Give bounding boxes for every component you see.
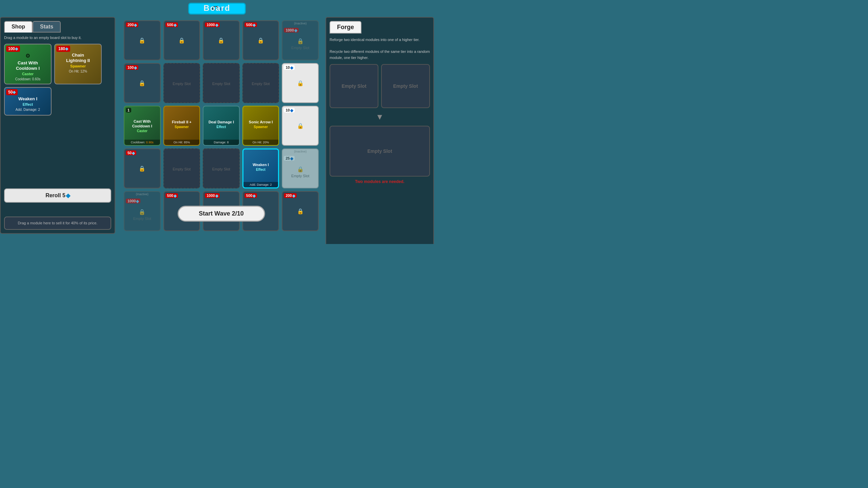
board-card-fireball[interactable]: Fireball II + Spawner On Hit: 85% — [163, 106, 200, 146]
card-icon-1: ⚙ — [25, 53, 30, 59]
forge-slot-2-text: Empty Slot — [393, 83, 418, 89]
card-name: Deal Damage I — [209, 120, 234, 124]
card-stat-3: Add. Damage: 2 — [16, 108, 40, 111]
reroll-button[interactable]: Reroll 5 — [4, 188, 111, 203]
card-name-1: Cast WithCooldown I — [16, 60, 40, 71]
board-cell-r2c1[interactable]: 100 🔒 — [124, 63, 161, 103]
board-cell-r1c2[interactable]: 500 🔒 — [163, 20, 200, 60]
empty-slot-text: Empty Slot — [173, 167, 191, 171]
tab-shop[interactable]: Shop — [4, 21, 33, 33]
forge-desc-line2: Recycle two different modules of the sam… — [330, 49, 430, 60]
inactive-label: (Inactive) — [124, 192, 160, 196]
lock-icon: 🔒 — [297, 80, 304, 86]
price-badge: 50 — [126, 150, 136, 155]
price-badge: 500 — [165, 22, 178, 27]
forge-needed-message: Two modules are needed. — [330, 179, 430, 184]
board-card-cast-cooldown[interactable]: 1 Cast WithCooldown I Caster Cooldown: 0… — [124, 106, 161, 146]
card-body: Sonic Arrow I Spawner — [243, 106, 279, 140]
shop-card-list: 100◆ ⚙ Cast WithCooldown I Caster Cooldo… — [4, 44, 111, 115]
board-card-weaken[interactable]: Weaken I Effect Add. Damage: 2 — [242, 148, 279, 188]
price-badge: 100 — [126, 65, 138, 70]
board-cell-r1c4[interactable]: 500 🔒 — [242, 20, 279, 60]
lock-icon: 🔒 — [139, 165, 145, 172]
board-cell-r1c3[interactable]: 1000 🔒 — [203, 20, 240, 60]
card-type: Spawner — [254, 125, 268, 129]
card-type: Effect — [256, 168, 265, 171]
inactive-label: (Inactive) — [282, 150, 318, 153]
forge-desc-line1: Reforge two identical modules into one o… — [330, 38, 419, 42]
board-cell-r2c5[interactable]: 10 🔒 — [282, 63, 319, 103]
start-wave-button[interactable]: Start Wave 2/10 — [177, 206, 265, 222]
board-cell-r2c2[interactable]: Empty Slot — [163, 63, 200, 103]
price-badge: 1000 — [126, 199, 140, 203]
board-grid-container: 200 🔒 500 🔒 1000 🔒 500 🔒 (Inactive) 1000 — [120, 17, 322, 237]
lock-icon: 🔒 — [139, 209, 145, 215]
price-badge: 500 — [244, 193, 257, 198]
card-type-1: Caster — [22, 72, 34, 76]
card-price-1: 100◆ — [6, 46, 20, 52]
tab-stats[interactable]: Stats — [33, 21, 61, 33]
forge-panel: Forge Reforge two identical modules into… — [326, 17, 434, 244]
card-name-2: ChainLightning II — [66, 53, 90, 63]
board-cell-r2c4[interactable]: Empty Slot — [242, 63, 279, 103]
lock-icon: 🔒 — [218, 37, 224, 44]
forge-slot-row-1: Empty Slot Empty Slot — [330, 64, 430, 108]
board-cell-r2c3[interactable]: Empty Slot — [203, 63, 240, 103]
board-cell-r4c5[interactable]: (Inactive) 25 🔒 Empty Slot — [282, 148, 319, 188]
card-type: Caster — [137, 129, 147, 133]
price-badge: 200 — [284, 193, 296, 198]
forge-slot-1-text: Empty Slot — [341, 83, 366, 89]
card-stat: Cooldown: 0.90s — [124, 140, 160, 145]
board-row-4: 50 🔒 Empty Slot Empty Slot Weaken I Effe… — [124, 148, 319, 188]
board-cell-r1c5[interactable]: (Inactive) 1000 🔒 Empty Slot — [282, 20, 319, 60]
empty-slot-text: Empty Slot — [252, 82, 270, 86]
price-badge: 10 — [284, 65, 294, 70]
card-price-3: 50◆ — [6, 89, 18, 95]
sell-text: Drag a module here to sell it for 40% of… — [18, 221, 98, 225]
board-cell-r3c5[interactable]: 10 🔒 — [282, 106, 319, 146]
lock-icon: 🔒 — [297, 38, 304, 44]
forge-slot-3-text: Empty Slot — [367, 148, 392, 154]
card-type-3: Effect — [23, 102, 33, 106]
lock-icon: 🔒 — [139, 80, 145, 86]
board-cell-r5c1[interactable]: (Inactive) 1000 🔒 Empty Slot — [124, 191, 161, 231]
price-badge: 10 — [284, 108, 294, 113]
board-card-sonic-arrow[interactable]: Sonic Arrow I Spawner On Hit: 20% — [242, 106, 279, 146]
card-name: Sonic Arrow I — [249, 120, 273, 124]
lock-icon: 🔒 — [297, 166, 304, 172]
board-row-3: 1 Cast WithCooldown I Caster Cooldown: 0… — [124, 106, 319, 146]
tab-row: Shop Stats — [4, 21, 111, 33]
price-badge: 200 — [126, 22, 138, 27]
empty-slot-text: Empty Slot — [291, 174, 309, 178]
price-badge: 1000 — [284, 28, 298, 33]
shop-card-weaken[interactable]: 50◆ Weaken I Effect Add. Damage: 2 — [4, 87, 52, 116]
board-cell-r4c3[interactable]: Empty Slot — [203, 148, 240, 188]
card-price-2: 180◆ — [56, 46, 70, 52]
card-stat: Damage: 8 — [203, 140, 239, 145]
shop-card-chain-lightning[interactable]: 180◆ ChainLightning II Spawner On Hit: 1… — [54, 44, 102, 84]
board-cell-r5c5[interactable]: 200 🔒 — [282, 191, 319, 231]
shop-panel: Shop Stats Drag a module to an empty boa… — [0, 17, 115, 234]
card-number: 1 — [126, 108, 131, 113]
price-badge: 1000 — [205, 193, 219, 198]
forge-slot-3[interactable]: Empty Slot — [330, 126, 430, 177]
price-badge: 500 — [165, 193, 178, 198]
forge-tab[interactable]: Forge — [330, 21, 361, 34]
forge-slot-2[interactable]: Empty Slot — [381, 64, 430, 108]
lock-icon: 🔒 — [139, 37, 145, 44]
board-cell-r1c1[interactable]: 200 🔒 — [124, 20, 161, 60]
inactive-label: (Inactive) — [282, 22, 318, 25]
forge-slot-1[interactable]: Empty Slot — [330, 64, 378, 108]
board-cell-r4c2[interactable]: Empty Slot — [163, 148, 200, 188]
empty-slot-text: Empty Slot — [291, 46, 309, 50]
shop-card-cast-cooldown[interactable]: 100◆ ⚙ Cast WithCooldown I Caster Cooldo… — [4, 44, 52, 84]
card-stat: Add. Damage: 2 — [243, 182, 278, 187]
empty-slot-text: Empty Slot — [212, 167, 230, 171]
lock-icon: 🔒 — [257, 37, 264, 44]
lock-icon: 🔒 — [297, 208, 304, 215]
board-row-1: 200 🔒 500 🔒 1000 🔒 500 🔒 (Inactive) 1000 — [124, 20, 319, 60]
price-badge: 500 — [244, 22, 257, 27]
board-card-deal-damage[interactable]: Deal Damage I Effect Damage: 8 — [203, 106, 240, 146]
board-cell-r4c1[interactable]: 50 🔒 — [124, 148, 161, 188]
card-stat-2: On Hit: 12% — [69, 69, 87, 73]
